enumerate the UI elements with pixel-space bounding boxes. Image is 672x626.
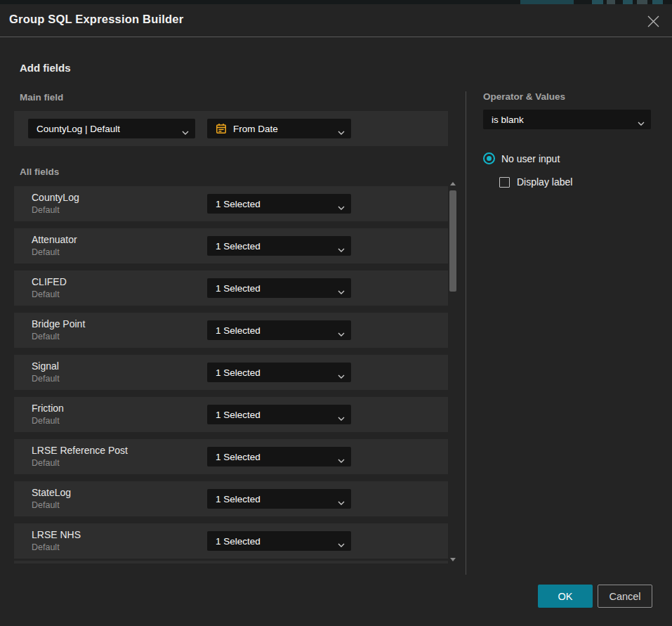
field-name: StateLog — [32, 487, 71, 498]
group-sql-expression-builder-dialog: Group SQL Expression Builder Add fields … — [0, 4, 672, 626]
field-selection-value: 1 Selected — [216, 367, 261, 378]
dialog-title: Group SQL Expression Builder — [9, 13, 183, 26]
field-name: Friction — [32, 403, 64, 414]
operator-values-heading: Operator & Values — [483, 91, 565, 102]
field-row: Friction Default 1 Selected — [14, 397, 448, 432]
field-name: Attenuator — [32, 234, 77, 245]
scroll-up-arrow[interactable] — [449, 181, 456, 186]
chevron-down-icon — [338, 126, 345, 137]
panel-divider — [466, 91, 466, 575]
chevron-down-icon — [338, 286, 345, 296]
calendar-icon — [216, 123, 227, 134]
field-row: LRSE Reference Post Default 1 Selected — [14, 439, 448, 474]
field-name: Signal — [32, 360, 59, 372]
field-subtitle: Default — [32, 458, 60, 468]
field-row: Bridge Point Default 1 Selected — [14, 313, 448, 348]
no-user-input-label: No user input — [501, 153, 560, 164]
field-selection-value: 1 Selected — [216, 410, 261, 420]
field-selection-value: 1 Selected — [216, 325, 261, 336]
field-subtitle: Default — [32, 289, 60, 299]
dialog-header: Group SQL Expression Builder — [0, 4, 672, 37]
field-selection-dropdown[interactable]: 1 Selected — [207, 363, 351, 382]
field-selection-dropdown[interactable]: 1 Selected — [207, 320, 351, 340]
add-fields-heading: Add fields — [20, 62, 71, 74]
close-button[interactable] — [644, 12, 662, 30]
operator-select-value: is blank — [492, 115, 524, 125]
field-selection-value: 1 Selected — [216, 199, 261, 209]
main-field-select-value: From Date — [233, 124, 278, 134]
field-subtitle: Default — [32, 247, 60, 257]
field-subtitle: Default — [32, 416, 60, 426]
field-selection-dropdown[interactable]: 1 Selected — [207, 447, 351, 467]
field-name: CLIFED — [32, 276, 67, 287]
chevron-down-icon — [338, 202, 345, 212]
field-row: StateLog Default 1 Selected — [14, 481, 448, 516]
field-selection-dropdown[interactable]: 1 Selected — [207, 194, 351, 214]
field-name: LRSE NHS — [32, 529, 81, 540]
chevron-down-icon — [638, 117, 645, 128]
field-selection-dropdown[interactable]: 1 Selected — [207, 405, 351, 424]
field-selection-value: 1 Selected — [216, 452, 261, 462]
main-field-label: Main field — [20, 92, 63, 103]
field-subtitle: Default — [32, 332, 60, 341]
main-field-panel: CountyLog | Default From Date — [14, 111, 448, 146]
chevron-down-icon — [338, 244, 345, 254]
display-label-text: Display label — [517, 176, 572, 188]
chevron-down-icon — [338, 497, 345, 507]
all-fields-label: All fields — [20, 167, 59, 177]
field-row: CountyLog Default 1 Selected — [14, 186, 448, 221]
operator-select[interactable]: is blank — [483, 110, 651, 129]
chevron-down-icon — [338, 370, 345, 381]
field-selection-dropdown[interactable]: 1 Selected — [207, 489, 351, 509]
field-name: CountyLog — [32, 192, 79, 203]
chevron-down-icon — [338, 539, 345, 549]
list-scrollbar[interactable] — [449, 181, 457, 562]
field-subtitle: Default — [32, 374, 60, 384]
field-selection-dropdown[interactable]: 1 Selected — [207, 236, 351, 256]
field-selection-value: 1 Selected — [216, 241, 261, 252]
chevron-down-icon — [338, 328, 345, 339]
ok-button[interactable]: OK — [538, 585, 593, 608]
field-selection-value: 1 Selected — [216, 494, 261, 504]
field-selection-dropdown[interactable]: 1 Selected — [207, 531, 351, 551]
field-selection-dropdown[interactable]: 1 Selected — [207, 278, 351, 298]
field-row: CLIFED Default 1 Selected — [14, 270, 448, 306]
field-name: Bridge Point — [32, 318, 85, 330]
field-subtitle: Default — [32, 542, 60, 552]
field-subtitle: Default — [32, 500, 60, 510]
field-row: Attenuator Default 1 Selected — [14, 228, 448, 263]
scroll-down-arrow[interactable] — [449, 556, 456, 562]
chevron-down-icon — [182, 126, 189, 137]
no-user-input-radio[interactable]: No user input — [483, 152, 560, 164]
radio-selected-icon — [483, 152, 495, 164]
main-source-select[interactable]: CountyLog | Default — [28, 119, 195, 138]
main-field-select[interactable]: From Date — [207, 119, 351, 138]
checkbox-unchecked-icon — [499, 177, 510, 188]
field-row: LRSE NHS Default 1 Selected — [14, 523, 448, 559]
cancel-button[interactable]: Cancel — [598, 585, 652, 608]
scrollbar-thumb[interactable] — [449, 190, 456, 292]
field-selection-value: 1 Selected — [216, 283, 261, 294]
chevron-down-icon — [338, 412, 345, 423]
field-row-partial — [14, 561, 448, 563]
field-selection-value: 1 Selected — [216, 536, 261, 547]
close-icon — [647, 15, 659, 27]
field-name: LRSE Reference Post — [32, 445, 128, 456]
main-source-select-value: CountyLog | Default — [37, 124, 120, 134]
field-row: Signal Default 1 Selected — [14, 355, 448, 390]
display-label-checkbox[interactable]: Display label — [499, 176, 572, 188]
chevron-down-icon — [338, 455, 345, 465]
field-subtitle: Default — [32, 205, 60, 215]
